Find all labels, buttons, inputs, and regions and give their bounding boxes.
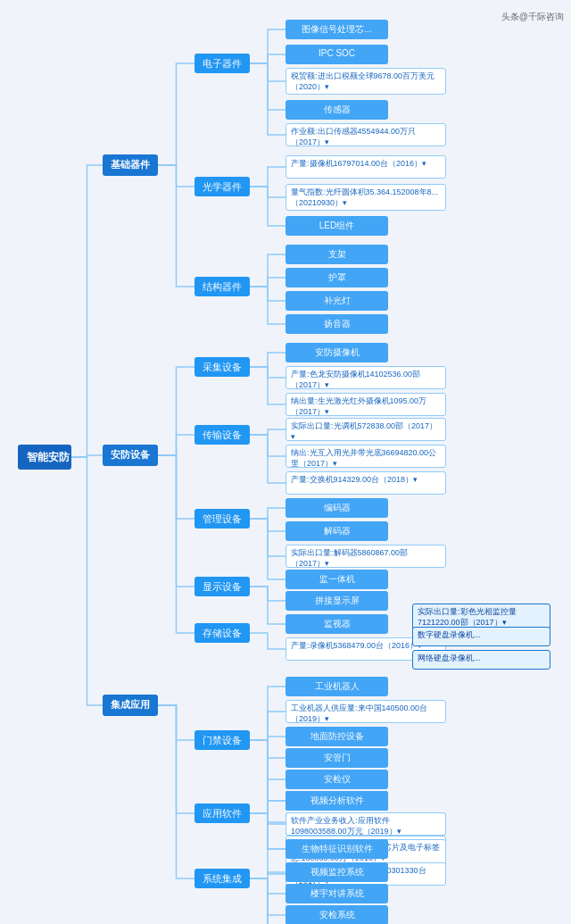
- l3-chuanshi-info2: 纳出:光互入用光并带光底36694820.00公里（2017）▾: [286, 445, 446, 468]
- brand-watermark: 头条@千际咨询: [501, 11, 564, 23]
- root-node: 智能安防: [18, 445, 71, 470]
- l3-chuanshi-info3: 产量:交换机914329.00台（2018）▾: [286, 471, 446, 495]
- l3-budengguang: 补光灯: [286, 291, 388, 311]
- l3-jianyi: 监一体机: [286, 570, 388, 589]
- l3-anxiao: 安防摄像机: [286, 343, 388, 362]
- l3-yangyinqi: 扬音器: [286, 314, 388, 334]
- l3-led: LED组件: [286, 216, 388, 236]
- l3-cunchu-highlight1: 数字硬盘录像机...: [412, 627, 550, 646]
- l1-jichuqijian: 基础器件: [103, 154, 158, 176]
- l3-cunchu-highlight2: 网络硬盘录像机...: [412, 650, 550, 670]
- l3-guanli-info1: 实际出口量:解码器5860867.00部（2017）▾: [286, 545, 446, 568]
- l3-dianzi-info1: 税贸额:进出口税额全球9678.00百万美元（2020）▾: [286, 68, 446, 95]
- l3-chuanganqi-info: 作业额:出口传感器4554944.00万只（2017）▾: [286, 123, 446, 146]
- l3-bianmaqi: 编码器: [286, 498, 388, 518]
- l3-ruanjian-info: 软件产业业务收入:应用软件1098003588.00万元（2019）▾: [286, 812, 446, 836]
- l1-jicheng: 集成应用: [103, 695, 158, 716]
- l3-louyuduijing: 楼宇对讲系统: [286, 884, 388, 903]
- l2-chuanshushebei: 传输设备: [194, 425, 250, 445]
- l2-caijishebei: 采集设备: [194, 357, 250, 377]
- l3-zhijia: 支架: [286, 245, 388, 264]
- l3-chuanganqi: 传感器: [286, 100, 388, 120]
- l3-anjianyi: 安检仪: [286, 770, 388, 789]
- l2-xianshishebei: 显示设备: [194, 577, 250, 596]
- l2-jiegoujijian: 结构器件: [194, 277, 250, 296]
- l3-anguan: 安管门: [286, 748, 388, 768]
- l3-guangxue-info1: 产量:摄像机16797014.00台（2016）▾: [286, 155, 446, 179]
- l3-jiqiren-info: 工业机器人供应量:来中国140500.00台（2019）▾: [286, 700, 446, 723]
- l2-dianziqijian: 电子器件: [194, 54, 250, 73]
- l3-guangxue-info2: 量气指数:光纤圆体积35.364.152008年8...（20210930）▾: [286, 184, 446, 211]
- l3-tuxiang: 图像信号处理芯...: [286, 20, 388, 39]
- l2-guanlishebei: 管理设备: [194, 509, 250, 529]
- l3-anjian-sys: 安检系统: [286, 905, 388, 924]
- l3-shipin-ruanjian: 视频分析软件: [286, 791, 388, 811]
- l2-cunchushebei: 存储设备: [194, 623, 250, 643]
- l2-guangxuexijian: 光学器件: [194, 177, 250, 196]
- l3-ipcsoc: IPC SOC: [286, 45, 388, 64]
- l3-dimianfang: 地面防控设备: [286, 727, 388, 746]
- l2-menjinkongzhi: 门禁设备: [194, 730, 250, 750]
- l3-caiji-info1: 产量:色龙安防摄像机14102536.00部（2017）▾: [286, 366, 446, 389]
- l2-yingyongruanjian: 应用软件: [194, 803, 250, 823]
- l3-jiemazhi: 解码器: [286, 521, 388, 541]
- l1-anfangshebei: 安防设备: [103, 445, 158, 466]
- l3-pinjie: 拼接显示屏: [286, 591, 388, 611]
- tree-wrapper: 智能安防 基础器件 安防设备 集成应用 电子器件 光学器件 结构器件 采集设备 …: [0, 9, 571, 27]
- l3-jiqiren: 工业机器人: [286, 677, 388, 696]
- l3-jiankong-sys: 视频监控系统: [286, 862, 388, 882]
- l3-jiankong: 监视器: [286, 614, 388, 634]
- l2-xitongjiecheng: 系统集成: [194, 869, 250, 888]
- l3-hugai: 护罩: [286, 268, 388, 287]
- main-container: 智能安防 基础器件 安防设备 集成应用 电子器件 光学器件 结构器件 采集设备 …: [0, 0, 571, 924]
- l3-shengwu-ruanjian: 生物特征识别软件: [286, 839, 388, 859]
- l3-chuanshi-info1: 实际出口量:光调机572838.00部（2017）▾: [286, 418, 446, 441]
- l3-caiji-info2: 纳出量:生光激光红外摄像机1095.00万（2017）▾: [286, 393, 446, 416]
